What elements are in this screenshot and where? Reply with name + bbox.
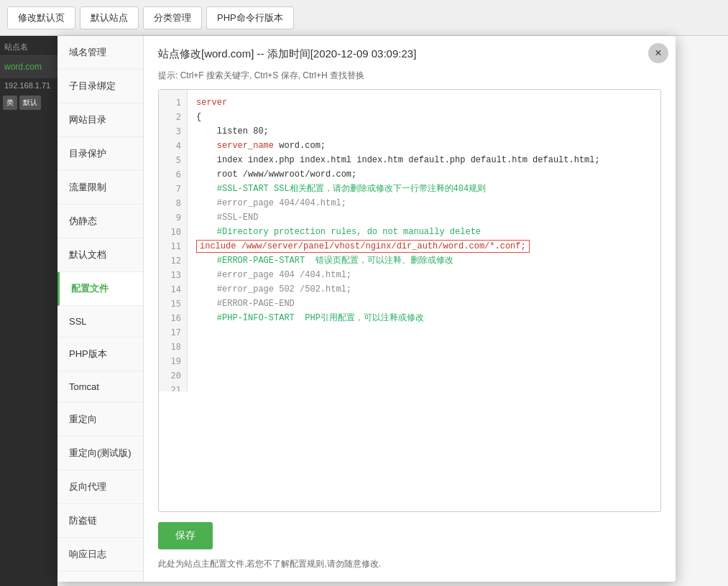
left-sidebar: 站点名 word.com 192.168.1.71 类 默认: [0, 36, 57, 586]
sidenav-rewrite[interactable]: 伪静态: [57, 205, 143, 238]
code-line: #SSL-END: [196, 210, 652, 225]
code-line: #error_page 404/404.html;: [196, 196, 652, 210]
sidenav-hotlink[interactable]: 防盗链: [57, 504, 143, 538]
code-editor-inner[interactable]: 12345678910111213141516171819202122 serv…: [159, 90, 660, 391]
save-area: 保存: [144, 512, 676, 554]
code-line: #ERROR-PAGE-END: [196, 297, 652, 311]
content-area: × 域名管理 子目录绑定 网站目录 目录保护 流量限制 伪静态 默认文档 配置文…: [57, 36, 728, 586]
modify-default-page-button[interactable]: 修改默认页: [7, 6, 75, 29]
sidenav-webdir[interactable]: 网站目录: [57, 103, 143, 137]
sidebar-site-wordcom[interactable]: word.com: [0, 56, 57, 78]
sidenav-reverse-proxy[interactable]: 反向代理: [57, 470, 143, 504]
modal-main-content: 站点修改[word.com] -- 添加时间[2020-12-09 03:09:…: [144, 36, 676, 582]
php-cli-button[interactable]: PHP命令行版本: [206, 6, 294, 29]
code-line: server: [196, 96, 652, 110]
sidenav-tomcat[interactable]: Tomcat: [57, 371, 143, 403]
code-line: listen 80;: [196, 124, 652, 139]
sidenav-defaultdoc[interactable]: 默认文档: [57, 238, 143, 272]
category-manage-button[interactable]: 分类管理: [143, 6, 202, 29]
sidenav-domain[interactable]: 域名管理: [57, 36, 143, 70]
line-numbers: 12345678910111213141516171819202122: [159, 90, 188, 391]
code-content[interactable]: server{ listen 80; server_name word.com;…: [188, 90, 660, 391]
code-line: #error_page 404 /404.html;: [196, 268, 652, 282]
sidenav-redirect-test[interactable]: 重定向(测试版): [57, 437, 143, 470]
code-line: #ERROR-PAGE-START 错误页配置，可以注释、删除或修改: [196, 254, 652, 268]
code-line: #PHP-INFO-START PHP引用配置，可以注释或修改: [196, 311, 652, 325]
sidebar-site-ip[interactable]: 192.168.1.71: [0, 78, 57, 93]
code-line: #Directory protection rules, do not manu…: [196, 225, 652, 239]
sidebar-default-btn[interactable]: 默认: [19, 96, 41, 110]
modal-hint: 提示: Ctrl+F 搜索关键字, Ctrl+S 保存, Ctrl+H 查找替换: [144, 67, 676, 89]
sidenav-redirect[interactable]: 重定向: [57, 403, 143, 437]
sidenav-dirprotect[interactable]: 目录保护: [57, 137, 143, 171]
close-button[interactable]: ×: [648, 43, 668, 63]
default-site-button[interactable]: 默认站点: [80, 6, 139, 29]
modal-sidenav: 域名管理 子目录绑定 网站目录 目录保护 流量限制 伪静态 默认文档 配置文件 …: [57, 36, 144, 582]
site-label: 站点名: [0, 36, 57, 56]
code-line: root /www/wwwroot/word.com;: [196, 167, 652, 182]
code-line: server_name word.com;: [196, 139, 652, 153]
sidenav-subdir[interactable]: 子目录绑定: [57, 70, 143, 103]
sidebar-class-btn[interactable]: 类: [3, 96, 17, 110]
footer-note: 此处为站点主配置文件,若您不了解配置规则,请勿随意修改.: [144, 554, 676, 582]
modal-title: 站点修改[word.com] -- 添加时间[2020-12-09 03:09:…: [144, 36, 676, 67]
sidenav-ssl[interactable]: SSL: [57, 306, 143, 338]
code-line: {: [196, 110, 652, 124]
code-line: #error_page 502 /502.html;: [196, 282, 652, 297]
config-modal: × 域名管理 子目录绑定 网站目录 目录保护 流量限制 伪静态 默认文档 配置文…: [57, 36, 676, 582]
sidenav-access-log[interactable]: 响应日志: [57, 538, 143, 572]
code-line: index index.php index.html index.htm def…: [196, 153, 652, 167]
top-toolbar: 修改默认页 默认站点 分类管理 PHP命令行版本: [0, 0, 728, 36]
sidenav-php[interactable]: PHP版本: [57, 338, 143, 371]
code-editor[interactable]: 12345678910111213141516171819202122 serv…: [158, 89, 661, 512]
save-button[interactable]: 保存: [158, 522, 213, 549]
sidenav-config[interactable]: 配置文件: [57, 272, 143, 306]
code-line: #SSL-START SSL相关配置，请勿删除或修改下一行带注释的404规则: [196, 182, 652, 196]
sidenav-traffic[interactable]: 流量限制: [57, 171, 143, 205]
code-line: include /www/server/panel/vhost/nginx/di…: [196, 239, 652, 254]
